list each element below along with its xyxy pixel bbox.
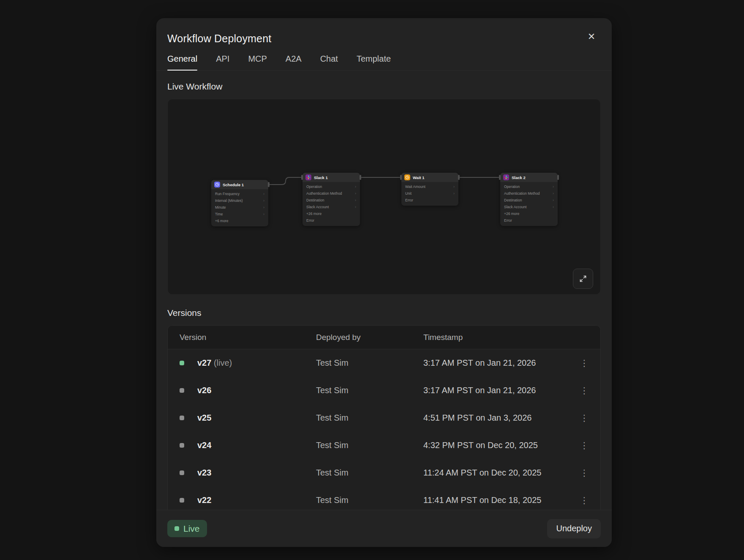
input-port <box>301 175 303 180</box>
node-field: Slack Account› <box>500 204 558 210</box>
expand-icon <box>579 275 587 283</box>
timestamp: 3:17 AM PST on Jan 21, 2026 <box>423 386 577 395</box>
node-slack-1-header: Slack 1 <box>303 173 360 182</box>
version-label: v25 <box>197 413 316 423</box>
timestamp: 11:24 AM PST on Dec 20, 2025 <box>423 468 577 478</box>
deployed-by: Test Sim <box>316 495 423 505</box>
deployed-by: Test Sim <box>316 468 423 478</box>
timestamp: 3:17 AM PST on Jan 21, 2026 <box>423 358 577 368</box>
dialog-title: Workflow Deployment <box>167 31 601 46</box>
version-label: v24 <box>197 440 316 450</box>
input-port <box>499 175 501 180</box>
tab-api[interactable]: API <box>216 54 229 70</box>
node-wait-1-header: Wait 1 <box>401 173 458 182</box>
timestamp: 4:32 PM PST on Dec 20, 2025 <box>423 440 577 450</box>
tab-chat[interactable]: Chat <box>320 54 338 70</box>
node-field: Run Frequency› <box>211 190 268 197</box>
status-dot <box>180 443 184 448</box>
node-slack-2-header: Slack 2 <box>500 173 558 182</box>
clock-icon <box>214 182 220 188</box>
output-port <box>268 182 270 187</box>
timestamp: 4:51 PM PST on Jan 3, 2026 <box>423 413 577 423</box>
chevron-right-icon: › <box>553 205 554 209</box>
deployed-by: Test Sim <box>316 386 423 395</box>
node-field-error: Error <box>500 217 558 224</box>
version-row[interactable]: v22 Test Sim 11:41 AM PST on Dec 18, 202… <box>168 487 600 510</box>
tab-mcp[interactable]: MCP <box>248 54 267 70</box>
version-row[interactable]: v27 (live) Test Sim 3:17 AM PST on Jan 2… <box>168 349 600 377</box>
output-port <box>458 175 460 180</box>
node-field: Authentication Method› <box>500 190 558 197</box>
version-row[interactable]: v23 Test Sim 11:24 AM PST on Dec 20, 202… <box>168 459 600 487</box>
node-field: Time› <box>211 211 268 217</box>
column-header-timestamp: Timestamp <box>423 333 577 342</box>
slack-icon <box>503 174 509 180</box>
version-label: v27 (live) <box>197 358 316 368</box>
deployed-by: Test Sim <box>316 358 423 368</box>
row-menu-button[interactable]: ⋮ <box>577 438 592 453</box>
chevron-right-icon: › <box>355 185 356 189</box>
node-field: Destination› <box>500 197 558 204</box>
timestamp: 11:41 AM PST on Dec 18, 2025 <box>423 495 577 505</box>
tab-a2a[interactable]: A2A <box>286 54 302 70</box>
row-menu-button[interactable]: ⋮ <box>577 383 592 398</box>
input-port <box>400 175 402 180</box>
node-title: Slack 1 <box>314 175 328 180</box>
column-header-deployed-by: Deployed by <box>316 333 423 342</box>
row-menu-button[interactable]: ⋮ <box>577 410 592 426</box>
live-dot-icon <box>174 526 179 531</box>
status-dot <box>180 388 184 393</box>
chevron-right-icon: › <box>263 206 264 209</box>
node-field: Wait Amount› <box>401 183 458 190</box>
row-menu-button[interactable]: ⋮ <box>577 465 592 481</box>
node-title: Schedule 1 <box>223 182 244 187</box>
node-field: Slack Account› <box>303 204 360 210</box>
slack-icon <box>305 174 311 180</box>
chevron-right-icon: › <box>553 198 554 202</box>
version-row[interactable]: v25 Test Sim 4:51 PM PST on Jan 3, 2026 … <box>168 404 600 432</box>
node-field: Authentication Method› <box>303 190 360 197</box>
versions-heading: Versions <box>167 307 601 318</box>
version-row[interactable]: v26 Test Sim 3:17 AM PST on Jan 21, 2026… <box>168 377 600 404</box>
chevron-right-icon: › <box>453 185 455 189</box>
live-status-badge: Live <box>167 520 207 537</box>
live-status-dot <box>180 361 184 365</box>
kebab-icon: ⋮ <box>580 386 589 396</box>
kebab-icon: ⋮ <box>580 413 589 423</box>
version-row[interactable]: v24 Test Sim 4:32 PM PST on Dec 20, 2025… <box>168 432 600 459</box>
node-field: Unit› <box>401 190 458 197</box>
close-button[interactable]: ✕ <box>584 29 599 44</box>
dialog-footer: Live Undeploy <box>156 510 612 547</box>
node-field-more: +26 more <box>303 210 360 217</box>
output-port <box>360 175 361 180</box>
node-title: Wait 1 <box>413 175 425 180</box>
expand-workflow-button[interactable] <box>573 269 593 289</box>
undeploy-button[interactable]: Undeploy <box>547 519 601 538</box>
column-header-version: Version <box>180 333 316 342</box>
chevron-right-icon: › <box>355 192 356 196</box>
node-field-more: +6 more <box>211 217 268 224</box>
row-menu-button[interactable]: ⋮ <box>577 356 592 371</box>
node-field: Destination› <box>303 197 360 204</box>
kebab-icon: ⋮ <box>580 440 589 451</box>
node-field: Operation› <box>303 183 360 190</box>
row-menu-button[interactable]: ⋮ <box>577 493 592 508</box>
chevron-right-icon: › <box>263 199 264 203</box>
kebab-icon: ⋮ <box>580 468 589 478</box>
live-workflow-heading: Live Workflow <box>167 81 601 92</box>
tab-bar: General API MCP A2A Chat Template <box>156 54 612 71</box>
node-field-more: +26 more <box>500 210 558 217</box>
node-field-error: Error <box>303 217 360 224</box>
close-icon: ✕ <box>588 31 595 42</box>
workflow-deployment-dialog: Workflow Deployment ✕ General API MCP A2… <box>156 18 612 547</box>
version-label: v22 <box>197 495 316 505</box>
tab-template[interactable]: Template <box>357 54 391 70</box>
node-field-error: Error <box>401 197 458 204</box>
chevron-right-icon: › <box>355 205 356 209</box>
node-field: Operation› <box>500 183 558 190</box>
chevron-right-icon: › <box>453 192 455 196</box>
dialog-content: Live Workflow Schedule 1 Run Frequency› <box>156 71 612 510</box>
status-dot <box>180 498 184 503</box>
chevron-right-icon: › <box>553 185 554 189</box>
tab-general[interactable]: General <box>167 54 197 70</box>
